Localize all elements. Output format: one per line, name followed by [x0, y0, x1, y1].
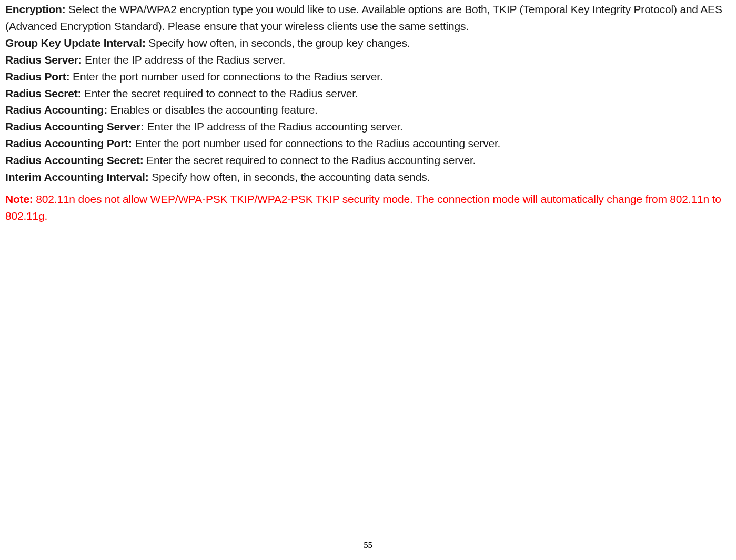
definition-item: Radius Server: Enter the IP address of t… [5, 52, 731, 68]
definition-desc: Enter the IP address of the Radius serve… [82, 54, 285, 66]
definition-item: Radius Secret: Enter the secret required… [5, 85, 731, 102]
definition-label: Radius Server: [5, 54, 82, 66]
definition-item: Radius Accounting Port: Enter the port n… [5, 135, 731, 152]
note-block: Note: 802.11n does not allow WEP/WPA-PSK… [5, 191, 731, 225]
definition-desc: Enter the port number used for connectio… [132, 137, 500, 149]
definition-item: Interim Accounting Interval: Specify how… [5, 169, 731, 186]
definition-desc: Enter the port number used for connectio… [69, 70, 382, 83]
definition-desc: Enter the IP address of the Radius accou… [144, 120, 403, 133]
note-text: 802.11n does not allow WEP/WPA-PSK TKIP/… [5, 193, 721, 222]
definition-item: Encryption: Select the WPA/WPA2 encrypti… [5, 1, 731, 35]
definition-desc: Select the WPA/WPA2 encryption type you … [5, 3, 722, 32]
definition-label: Radius Accounting Secret: [5, 154, 144, 166]
note-label: Note: [5, 193, 33, 205]
definition-label: Radius Accounting Server: [5, 120, 144, 133]
definition-label: Radius Accounting: [5, 104, 107, 116]
definition-label: Interim Accounting Interval: [5, 171, 149, 183]
definition-desc: Specify how often, in seconds, the accou… [149, 171, 430, 183]
definition-item: Radius Accounting Secret: Enter the secr… [5, 152, 731, 169]
definition-item: Radius Accounting Server: Enter the IP a… [5, 118, 731, 135]
definition-label: Radius Secret: [5, 87, 81, 99]
definition-desc: Enter the secret required to connect to … [144, 154, 476, 166]
definition-label: Encryption: [5, 3, 65, 15]
definition-desc: Enter the secret required to connect to … [81, 87, 358, 99]
definition-item: Radius Port: Enter the port number used … [5, 68, 731, 85]
definition-desc: Specify how often, in seconds, the group… [146, 37, 410, 49]
definitions-list: Encryption: Select the WPA/WPA2 encrypti… [5, 1, 731, 186]
definition-label: Radius Accounting Port: [5, 137, 132, 149]
definition-item: Group Key Update Interval: Specify how o… [5, 35, 731, 52]
page-number: 55 [0, 540, 736, 551]
definition-label: Group Key Update Interval: [5, 37, 146, 49]
definition-item: Radius Accounting: Enables or disables t… [5, 101, 731, 118]
definition-label: Radius Port: [5, 70, 69, 83]
definition-desc: Enables or disables the accounting featu… [107, 104, 318, 116]
